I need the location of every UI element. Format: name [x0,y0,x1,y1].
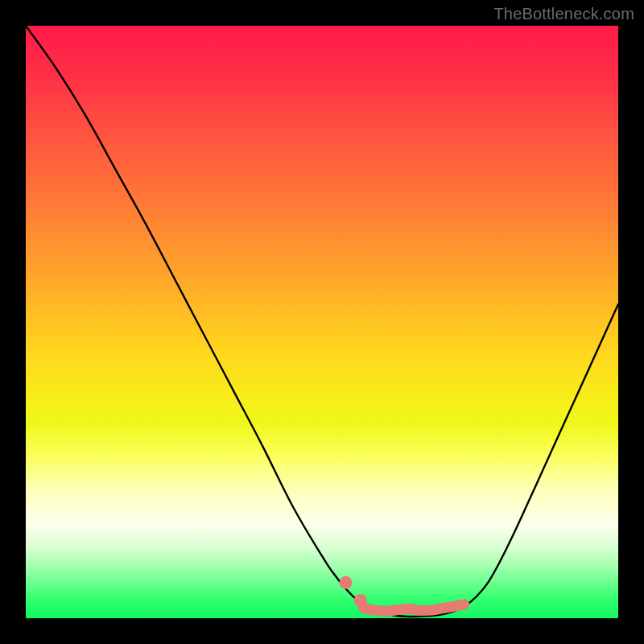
chart-svg [26,26,618,618]
bottleneck-curve [26,26,618,617]
optimal-range-highlight [364,605,464,611]
watermark-text: TheBottleneck.com [493,5,634,23]
chart-frame: TheBottleneck.com [0,0,644,644]
plot-area [26,26,618,618]
highlight-dot-2 [354,594,367,607]
highlight-dot-1 [339,576,352,589]
